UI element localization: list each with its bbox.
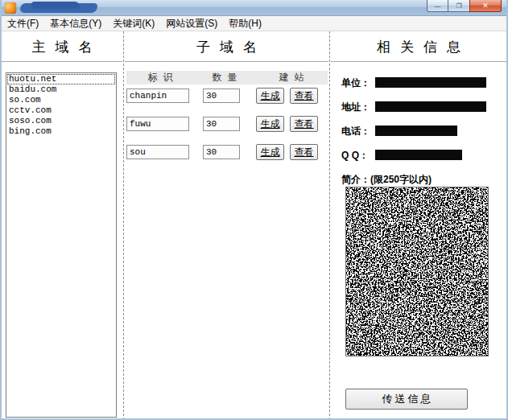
- qq-field-redacted[interactable]: [375, 150, 462, 160]
- list-item[interactable]: cctv.com: [7, 105, 115, 116]
- list-item[interactable]: soso.com: [7, 116, 115, 126]
- related-info-header: 相关信息: [331, 32, 506, 62]
- sub-domain-grid-header: 标识 数量 建站: [126, 71, 328, 84]
- minimize-button[interactable]: —: [427, 0, 448, 12]
- unit-label: 单位：: [341, 76, 370, 90]
- menu-bar: 文件(F) 基本信息(Y) 关键词(K) 网站设置(S) 帮助(H): [0, 16, 508, 31]
- intro-textarea-redacted-noise[interactable]: [345, 187, 489, 356]
- count-input-row2[interactable]: [203, 117, 240, 131]
- main-domain-header: 主域名: [2, 32, 122, 62]
- unit-field-redacted[interactable]: [375, 77, 486, 88]
- title-redaction-scribble: [20, 3, 97, 13]
- generate-button-row1[interactable]: 生成: [256, 88, 284, 104]
- menu-item-file[interactable]: 文件(F): [2, 15, 44, 32]
- close-button[interactable]: ✕: [469, 0, 502, 12]
- menu-item-keywords[interactable]: 关键词(K): [107, 15, 160, 32]
- generate-button-row3[interactable]: 生成: [256, 144, 284, 160]
- count-input-row3[interactable]: [203, 145, 240, 159]
- view-button-row2[interactable]: 查看: [290, 116, 318, 132]
- list-item[interactable]: huotu.net: [7, 74, 115, 84]
- tag-input-row3[interactable]: [126, 145, 189, 159]
- address-label: 地址：: [341, 101, 370, 114]
- maximize-button[interactable]: ❐: [448, 0, 469, 12]
- sub-domain-header: 子域名: [125, 32, 328, 62]
- titlebar: — ❐ ✕: [0, 0, 508, 16]
- list-item[interactable]: bing.com: [7, 126, 115, 137]
- count-input-row1[interactable]: [203, 89, 240, 103]
- main-domain-listbox[interactable]: huotu.net baidu.com so.com cctv.com soso…: [6, 72, 117, 418]
- list-item[interactable]: so.com: [7, 95, 115, 105]
- col-header-count: 数量: [194, 71, 255, 84]
- column-separator-2: [329, 31, 330, 420]
- column-separator-1: [123, 31, 124, 420]
- view-button-row3[interactable]: 查看: [290, 144, 318, 160]
- list-item[interactable]: baidu.com: [7, 84, 115, 95]
- address-field-redacted[interactable]: [375, 101, 486, 112]
- menu-item-help[interactable]: 帮助(H): [223, 15, 267, 32]
- app-icon: [5, 2, 16, 14]
- menu-item-site-settings[interactable]: 网站设置(S): [160, 15, 223, 32]
- generate-button-row2[interactable]: 生成: [256, 116, 284, 132]
- col-header-tag: 标识: [126, 71, 194, 84]
- phone-label: 电话：: [341, 125, 370, 138]
- intro-label: 简介：(限250字以内): [341, 173, 432, 187]
- qq-label: Q Q：: [341, 149, 369, 163]
- menu-item-basic-info[interactable]: 基本信息(Y): [44, 15, 107, 32]
- tag-input-row2[interactable]: [126, 117, 189, 131]
- send-info-button[interactable]: 传送信息: [345, 389, 468, 410]
- col-header-build: 建站: [255, 71, 328, 84]
- view-button-row1[interactable]: 查看: [290, 88, 318, 104]
- phone-field-redacted[interactable]: [375, 126, 457, 136]
- window-controls: — ❐ ✕: [427, 0, 502, 12]
- tag-input-row1[interactable]: [126, 89, 189, 103]
